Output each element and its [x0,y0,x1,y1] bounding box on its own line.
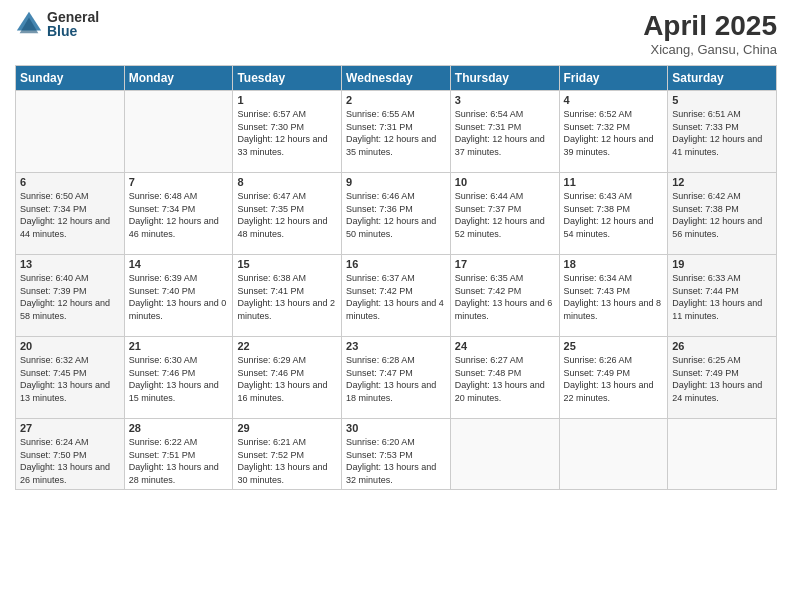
calendar-cell [668,419,777,490]
day-number: 20 [20,340,120,352]
day-info: Sunrise: 6:26 AM Sunset: 7:49 PM Dayligh… [564,354,664,404]
calendar-cell: 17Sunrise: 6:35 AM Sunset: 7:42 PM Dayli… [450,255,559,337]
calendar-cell: 16Sunrise: 6:37 AM Sunset: 7:42 PM Dayli… [342,255,451,337]
day-info: Sunrise: 6:55 AM Sunset: 7:31 PM Dayligh… [346,108,446,158]
day-number: 28 [129,422,229,434]
day-number: 6 [20,176,120,188]
calendar-cell [559,419,668,490]
day-info: Sunrise: 6:30 AM Sunset: 7:46 PM Dayligh… [129,354,229,404]
day-info: Sunrise: 6:32 AM Sunset: 7:45 PM Dayligh… [20,354,120,404]
day-info: Sunrise: 6:35 AM Sunset: 7:42 PM Dayligh… [455,272,555,322]
page-header: General Blue April 2025 Xicang, Gansu, C… [15,10,777,57]
day-number: 13 [20,258,120,270]
day-info: Sunrise: 6:37 AM Sunset: 7:42 PM Dayligh… [346,272,446,322]
day-info: Sunrise: 6:25 AM Sunset: 7:49 PM Dayligh… [672,354,772,404]
day-number: 7 [129,176,229,188]
day-info: Sunrise: 6:54 AM Sunset: 7:31 PM Dayligh… [455,108,555,158]
calendar-page: General Blue April 2025 Xicang, Gansu, C… [0,0,792,612]
day-number: 10 [455,176,555,188]
calendar-table: Sunday Monday Tuesday Wednesday Thursday… [15,65,777,490]
calendar-cell: 14Sunrise: 6:39 AM Sunset: 7:40 PM Dayli… [124,255,233,337]
calendar-cell: 5Sunrise: 6:51 AM Sunset: 7:33 PM Daylig… [668,91,777,173]
col-monday: Monday [124,66,233,91]
day-number: 14 [129,258,229,270]
calendar-cell [124,91,233,173]
calendar-cell [450,419,559,490]
logo-text: General Blue [47,10,99,38]
day-info: Sunrise: 6:43 AM Sunset: 7:38 PM Dayligh… [564,190,664,240]
col-wednesday: Wednesday [342,66,451,91]
day-info: Sunrise: 6:48 AM Sunset: 7:34 PM Dayligh… [129,190,229,240]
calendar-week-row: 1Sunrise: 6:57 AM Sunset: 7:30 PM Daylig… [16,91,777,173]
day-info: Sunrise: 6:21 AM Sunset: 7:52 PM Dayligh… [237,436,337,486]
day-info: Sunrise: 6:47 AM Sunset: 7:35 PM Dayligh… [237,190,337,240]
calendar-cell: 27Sunrise: 6:24 AM Sunset: 7:50 PM Dayli… [16,419,125,490]
calendar-week-row: 13Sunrise: 6:40 AM Sunset: 7:39 PM Dayli… [16,255,777,337]
day-number: 3 [455,94,555,106]
location-subtitle: Xicang, Gansu, China [643,42,777,57]
day-info: Sunrise: 6:42 AM Sunset: 7:38 PM Dayligh… [672,190,772,240]
calendar-week-row: 6Sunrise: 6:50 AM Sunset: 7:34 PM Daylig… [16,173,777,255]
calendar-body: 1Sunrise: 6:57 AM Sunset: 7:30 PM Daylig… [16,91,777,490]
col-saturday: Saturday [668,66,777,91]
calendar-cell: 22Sunrise: 6:29 AM Sunset: 7:46 PM Dayli… [233,337,342,419]
calendar-cell: 7Sunrise: 6:48 AM Sunset: 7:34 PM Daylig… [124,173,233,255]
calendar-cell: 24Sunrise: 6:27 AM Sunset: 7:48 PM Dayli… [450,337,559,419]
calendar-cell: 3Sunrise: 6:54 AM Sunset: 7:31 PM Daylig… [450,91,559,173]
calendar-cell: 30Sunrise: 6:20 AM Sunset: 7:53 PM Dayli… [342,419,451,490]
calendar-cell: 26Sunrise: 6:25 AM Sunset: 7:49 PM Dayli… [668,337,777,419]
calendar-cell: 23Sunrise: 6:28 AM Sunset: 7:47 PM Dayli… [342,337,451,419]
day-number: 15 [237,258,337,270]
day-info: Sunrise: 6:24 AM Sunset: 7:50 PM Dayligh… [20,436,120,486]
day-info: Sunrise: 6:46 AM Sunset: 7:36 PM Dayligh… [346,190,446,240]
day-number: 26 [672,340,772,352]
day-number: 2 [346,94,446,106]
day-number: 5 [672,94,772,106]
day-info: Sunrise: 6:33 AM Sunset: 7:44 PM Dayligh… [672,272,772,322]
day-number: 9 [346,176,446,188]
calendar-cell: 11Sunrise: 6:43 AM Sunset: 7:38 PM Dayli… [559,173,668,255]
calendar-cell: 6Sunrise: 6:50 AM Sunset: 7:34 PM Daylig… [16,173,125,255]
col-tuesday: Tuesday [233,66,342,91]
calendar-week-row: 20Sunrise: 6:32 AM Sunset: 7:45 PM Dayli… [16,337,777,419]
day-info: Sunrise: 6:34 AM Sunset: 7:43 PM Dayligh… [564,272,664,322]
col-thursday: Thursday [450,66,559,91]
day-number: 18 [564,258,664,270]
day-number: 16 [346,258,446,270]
day-info: Sunrise: 6:50 AM Sunset: 7:34 PM Dayligh… [20,190,120,240]
day-info: Sunrise: 6:39 AM Sunset: 7:40 PM Dayligh… [129,272,229,322]
day-number: 25 [564,340,664,352]
calendar-cell: 15Sunrise: 6:38 AM Sunset: 7:41 PM Dayli… [233,255,342,337]
calendar-cell: 20Sunrise: 6:32 AM Sunset: 7:45 PM Dayli… [16,337,125,419]
calendar-cell: 29Sunrise: 6:21 AM Sunset: 7:52 PM Dayli… [233,419,342,490]
calendar-header-row: Sunday Monday Tuesday Wednesday Thursday… [16,66,777,91]
calendar-cell: 25Sunrise: 6:26 AM Sunset: 7:49 PM Dayli… [559,337,668,419]
day-number: 24 [455,340,555,352]
calendar-cell: 1Sunrise: 6:57 AM Sunset: 7:30 PM Daylig… [233,91,342,173]
day-info: Sunrise: 6:20 AM Sunset: 7:53 PM Dayligh… [346,436,446,486]
calendar-week-row: 27Sunrise: 6:24 AM Sunset: 7:50 PM Dayli… [16,419,777,490]
calendar-cell: 8Sunrise: 6:47 AM Sunset: 7:35 PM Daylig… [233,173,342,255]
day-number: 29 [237,422,337,434]
calendar-cell: 4Sunrise: 6:52 AM Sunset: 7:32 PM Daylig… [559,91,668,173]
calendar-cell: 19Sunrise: 6:33 AM Sunset: 7:44 PM Dayli… [668,255,777,337]
calendar-cell: 12Sunrise: 6:42 AM Sunset: 7:38 PM Dayli… [668,173,777,255]
calendar-cell: 21Sunrise: 6:30 AM Sunset: 7:46 PM Dayli… [124,337,233,419]
calendar-cell: 10Sunrise: 6:44 AM Sunset: 7:37 PM Dayli… [450,173,559,255]
day-number: 21 [129,340,229,352]
calendar-cell: 13Sunrise: 6:40 AM Sunset: 7:39 PM Dayli… [16,255,125,337]
day-number: 23 [346,340,446,352]
day-number: 22 [237,340,337,352]
logo-general: General [47,10,99,24]
day-number: 27 [20,422,120,434]
day-info: Sunrise: 6:51 AM Sunset: 7:33 PM Dayligh… [672,108,772,158]
day-info: Sunrise: 6:29 AM Sunset: 7:46 PM Dayligh… [237,354,337,404]
day-number: 12 [672,176,772,188]
logo-blue: Blue [47,24,99,38]
day-number: 17 [455,258,555,270]
day-info: Sunrise: 6:22 AM Sunset: 7:51 PM Dayligh… [129,436,229,486]
day-info: Sunrise: 6:38 AM Sunset: 7:41 PM Dayligh… [237,272,337,322]
day-number: 19 [672,258,772,270]
day-info: Sunrise: 6:52 AM Sunset: 7:32 PM Dayligh… [564,108,664,158]
calendar-cell [16,91,125,173]
